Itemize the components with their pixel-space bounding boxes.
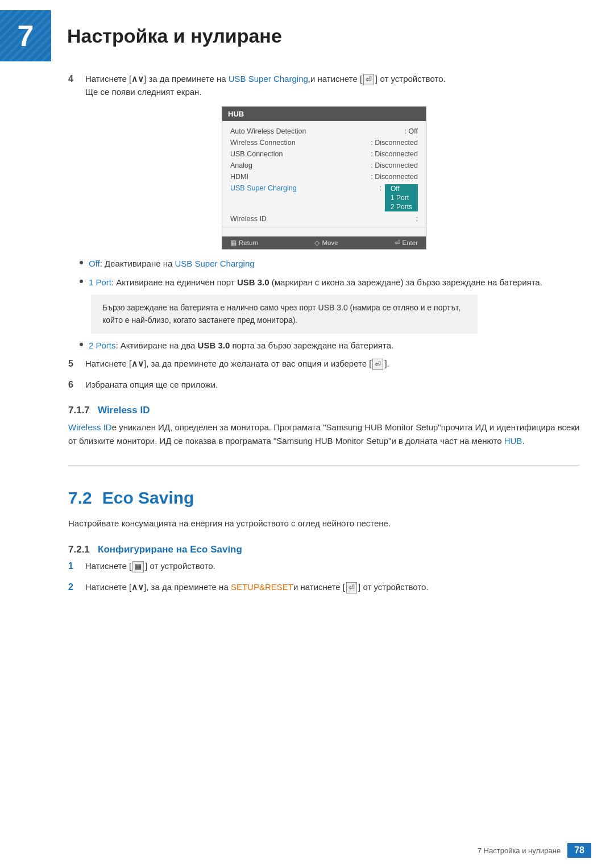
- 1port-label: 1 Port: [89, 277, 111, 287]
- hub-row-wireless-id: Wireless ID :: [222, 213, 426, 225]
- page-header: 7 Настройка и нулиране: [0, 0, 614, 67]
- setup-reset-link: SETUP&RESET: [231, 582, 293, 592]
- hub-row-analog: Analog : Disconnected: [222, 160, 426, 171]
- step-4: 4 Натиснете [∧∨] за да преминете на USB …: [68, 73, 580, 98]
- section-717-heading: 7.1.7 Wireless ID: [68, 405, 580, 416]
- chapter-number: 7: [0, 10, 51, 61]
- usb-super-charging-link2: USB Super Charging: [175, 259, 255, 268]
- enter-icon-3: ⏎: [346, 582, 357, 593]
- hub-row-usb-super-charging: USB Super Charging : Off 1 Port 2 Ports: [222, 182, 426, 213]
- step-721-2-text: Натиснете [∧∨], за да преминете на SETUP…: [85, 581, 429, 594]
- enter-icon: ⏎: [363, 74, 374, 85]
- page-number: 78: [567, 843, 591, 858]
- hub-footer: ▦ Return ◇ Move ⏎ Enter: [222, 236, 426, 249]
- section-divider: [68, 465, 580, 466]
- chapter-title: Настройка и нулиране: [67, 25, 282, 47]
- 2ports-label: 2 Ports: [89, 340, 116, 350]
- section-72-header: 7.2 Eco Saving: [68, 488, 580, 508]
- step-721-2-num: 2: [68, 582, 85, 592]
- hub-dialog: HUB Auto Wireless Detection : Off Wirele…: [222, 106, 426, 250]
- bullet-dot-off: [80, 261, 83, 264]
- hub-row-usb-connection: USB Connection : Disconnected: [222, 148, 426, 160]
- step-5-text: Натиснете [∧∨], за да преминете до желан…: [85, 358, 389, 371]
- step-721-1: 1 Натиснете [▦] от устройството.: [68, 560, 580, 573]
- hub-dialog-title: HUB: [222, 107, 426, 121]
- step-4-number: 4: [68, 74, 85, 84]
- bullet-dot-2ports: [80, 343, 83, 346]
- note-box-usb: Бързо зареждане на батерията е налично с…: [91, 294, 478, 334]
- step-5: 5 Натиснете [∧∨], за да преминете до жел…: [68, 358, 580, 371]
- usb-super-charging-link1: USB Super Charging: [229, 74, 308, 84]
- menu-icon: ▦: [132, 561, 144, 572]
- hub-footer-move: ◇ Move: [314, 239, 338, 247]
- bullet-1port: 1 Port: Активиране на единичен порт USB …: [80, 276, 580, 289]
- page-footer: 7 Настройка и нулиране 78: [478, 843, 591, 858]
- step-6: 6 Избраната опция ще се приложи.: [68, 379, 580, 392]
- bullet-list-2ports: 2 Ports: Активиране на два USB 3.0 порта…: [80, 339, 580, 352]
- hub-row-wireless-connection: Wireless Connection : Disconnected: [222, 137, 426, 148]
- step-721-2: 2 Натиснете [∧∨], за да преминете на SET…: [68, 581, 580, 594]
- step-6-text: Избраната опция ще се приложи.: [85, 379, 218, 392]
- step-721-1-num: 1: [68, 561, 85, 571]
- hub-footer-return: ▦ Return: [230, 239, 259, 247]
- section-72: 7.2 Eco Saving Настройвате консумацията …: [68, 488, 580, 613]
- off-label: Off: [89, 259, 100, 268]
- bullet-2ports: 2 Ports: Активиране на два USB 3.0 порта…: [80, 339, 580, 352]
- section-721-heading: 7.2.1 Конфигуриране на Eco Saving: [68, 544, 580, 555]
- section-717-desc: Wireless IDе уникален ИД, определен за м…: [68, 421, 580, 448]
- step-4-text: Натиснете [∧∨] за да преминете на USB Su…: [85, 73, 446, 98]
- bullet-list-usb: Off: Деактивиране на USB Super Charging …: [80, 258, 580, 289]
- bullet-dot-1port: [80, 280, 83, 283]
- main-content: 4 Натиснете [∧∨] за да преминете на USB …: [0, 73, 614, 613]
- step-721-1-text: Натиснете [▦] от устройството.: [85, 560, 215, 573]
- hub-row-hdmi: HDMI : Disconnected: [222, 171, 426, 182]
- step-5-number: 5: [68, 359, 85, 369]
- hub-dialog-body: Auto Wireless Detection : Off Wireless C…: [222, 121, 426, 234]
- section-72-desc: Настройвате консумацията на енергия на у…: [68, 517, 580, 530]
- step-6-number: 6: [68, 380, 85, 390]
- hub-row-auto-wireless: Auto Wireless Detection : Off: [222, 126, 426, 137]
- enter-icon-2: ⏎: [372, 359, 383, 370]
- hub-footer-enter: ⏎ Enter: [395, 239, 418, 247]
- bullet-off: Off: Деактивиране на USB Super Charging: [80, 258, 580, 271]
